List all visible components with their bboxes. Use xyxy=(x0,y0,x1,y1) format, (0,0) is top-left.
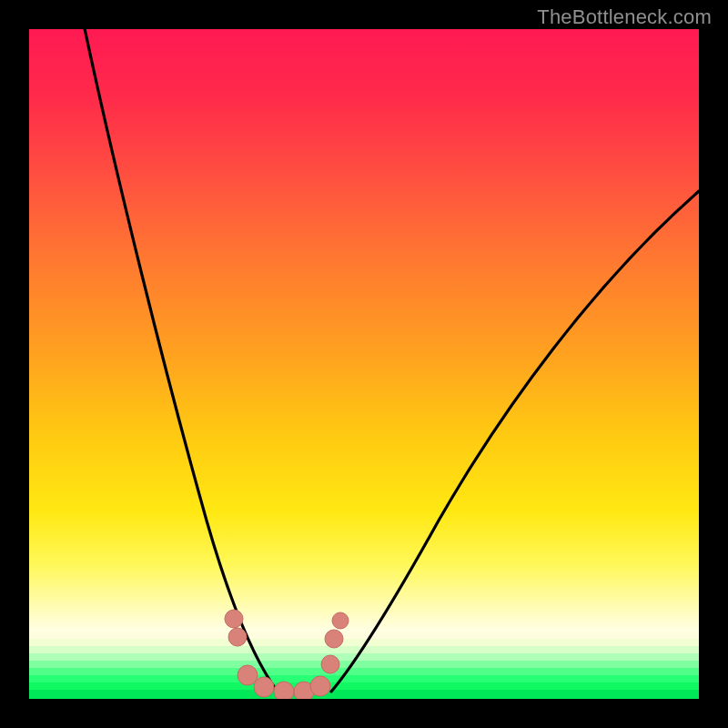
trough-marker xyxy=(225,610,243,628)
trough-marker xyxy=(274,682,294,699)
curve-overlay xyxy=(29,29,699,699)
right-curve xyxy=(331,191,699,692)
trough-marker xyxy=(228,628,247,646)
trough-marker xyxy=(310,676,330,696)
left-curve xyxy=(83,29,278,692)
trough-marker xyxy=(325,630,343,648)
plot-area xyxy=(29,29,699,699)
chart-frame: TheBottleneck.com xyxy=(0,0,728,728)
trough-marker xyxy=(321,655,339,673)
trough-marker xyxy=(332,612,349,629)
trough-marker-group xyxy=(225,610,349,699)
trough-marker xyxy=(254,677,274,697)
watermark-text: TheBottleneck.com xyxy=(537,5,712,29)
trough-marker xyxy=(238,665,258,685)
